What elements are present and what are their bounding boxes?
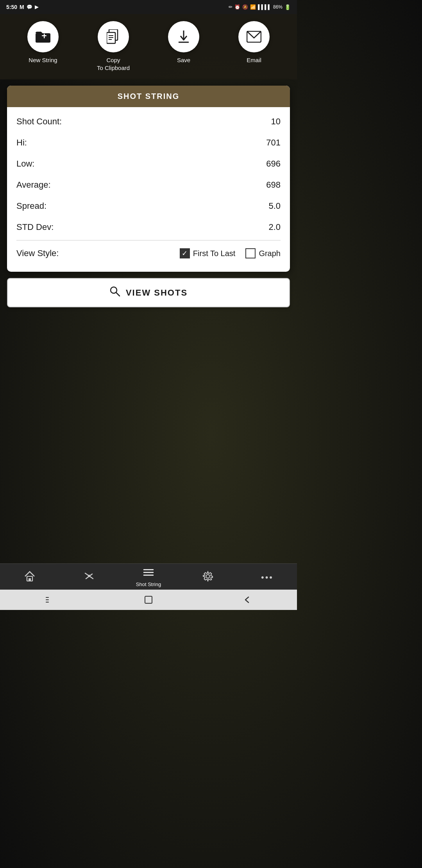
recents-button[interactable] (45, 595, 54, 604)
average-row: Average: 698 (16, 174, 281, 195)
play-icon: ▶ (35, 4, 38, 10)
copy-label: CopyTo Clipboard (97, 56, 130, 72)
spread-row: Spread: 5.0 (16, 195, 281, 217)
save-icon (168, 21, 199, 52)
first-to-last-checkbox-box: ✓ (180, 248, 190, 258)
view-shots-button[interactable]: VIEW SHOTS (7, 278, 290, 307)
view-style-label: View Style: (16, 248, 59, 258)
new-string-button[interactable]: New String (25, 21, 61, 64)
save-label: Save (177, 56, 190, 64)
edit-icon: ✏ (229, 4, 232, 10)
svg-line-12 (116, 292, 120, 296)
first-to-last-label: First To Last (193, 249, 236, 258)
home-button[interactable] (144, 595, 153, 604)
hi-value: 701 (266, 138, 281, 148)
email-icon (238, 21, 270, 52)
nav-shot-string[interactable]: Shot String (133, 568, 164, 587)
message-icon: 💬 (27, 4, 32, 10)
new-string-icon (27, 21, 59, 52)
gmail-icon: M (20, 4, 24, 10)
card-body: Shot Count: 10 Hi: 701 Low: 696 Average:… (7, 107, 290, 272)
hi-row: Hi: 701 (16, 132, 281, 153)
status-time: 5:50 (6, 4, 17, 10)
graph-checkbox[interactable]: Graph (245, 248, 281, 258)
battery-icon: 🔋 (284, 4, 291, 10)
action-bar: New String CopyTo Clipboard (0, 14, 297, 79)
card-title: SHOT STRING (118, 92, 180, 100)
more-dots-icon: ••• (261, 572, 274, 583)
nav-shots[interactable] (73, 571, 105, 585)
shot-count-label: Shot Count: (16, 117, 62, 127)
svg-rect-14 (29, 578, 31, 581)
nav-settings[interactable] (192, 571, 224, 585)
home-icon (24, 571, 35, 585)
graph-label: Graph (259, 249, 281, 258)
mute-icon: 🔕 (242, 4, 248, 10)
new-string-label: New String (29, 56, 57, 64)
hi-label: Hi: (16, 138, 27, 148)
back-button[interactable] (243, 595, 252, 604)
card-header: SHOT STRING (7, 86, 290, 107)
copy-clipboard-icon (98, 21, 129, 52)
battery-text: 86% (273, 4, 283, 10)
view-style-row: View Style: ✓ First To Last Graph (16, 243, 281, 264)
low-value: 696 (266, 159, 281, 169)
status-left: 5:50 M 💬 ▶ (6, 4, 38, 10)
std-dev-row: STD Dev: 2.0 (16, 217, 281, 238)
average-value: 698 (266, 180, 281, 190)
spread-label: Spread: (16, 201, 46, 211)
svg-point-21 (206, 574, 210, 578)
save-button[interactable]: Save (166, 21, 201, 64)
divider (16, 240, 281, 240)
status-right: ✏ ⏰ 🔕 📶 ▌▌▌▌ 86% 🔋 (229, 4, 291, 10)
svg-rect-2 (44, 34, 45, 38)
copy-clipboard-button[interactable]: CopyTo Clipboard (96, 21, 131, 72)
std-dev-label: STD Dev: (16, 222, 54, 232)
graph-checkbox-box (245, 248, 256, 258)
email-button[interactable]: Email (236, 21, 272, 64)
gear-icon (202, 571, 213, 585)
average-label: Average: (16, 180, 51, 190)
background-area (0, 315, 297, 563)
bottom-nav: Shot String ••• (0, 563, 297, 590)
first-to-last-checkbox[interactable]: ✓ First To Last (180, 248, 236, 258)
status-bar: 5:50 M 💬 ▶ ✏ ⏰ 🔕 📶 ▌▌▌▌ 86% 🔋 (0, 0, 297, 14)
email-label: Email (247, 56, 261, 64)
search-icon (109, 286, 120, 299)
nav-more[interactable]: ••• (252, 572, 283, 583)
spread-value: 5.0 (268, 201, 281, 211)
shot-count-value: 10 (271, 117, 281, 127)
list-icon (143, 568, 154, 580)
std-dev-value: 2.0 (268, 222, 281, 232)
nav-home[interactable] (14, 571, 45, 585)
alarm-icon: ⏰ (234, 4, 240, 10)
svg-rect-25 (145, 596, 152, 603)
signal-icon: ▌▌▌▌ (258, 4, 271, 10)
wifi-icon: 📶 (250, 4, 256, 10)
nav-shot-string-label: Shot String (136, 581, 161, 587)
shot-count-row: Shot Count: 10 (16, 111, 281, 132)
low-label: Low: (16, 159, 34, 169)
shot-string-card: SHOT STRING Shot Count: 10 Hi: 701 Low: … (7, 86, 290, 272)
view-shots-label: VIEW SHOTS (126, 288, 188, 298)
crosshair-icon (84, 571, 95, 585)
low-row: Low: 696 (16, 153, 281, 174)
system-nav (0, 590, 297, 610)
svg-rect-0 (36, 33, 50, 43)
checkbox-group: ✓ First To Last Graph (180, 248, 281, 258)
svg-point-17 (88, 575, 90, 577)
